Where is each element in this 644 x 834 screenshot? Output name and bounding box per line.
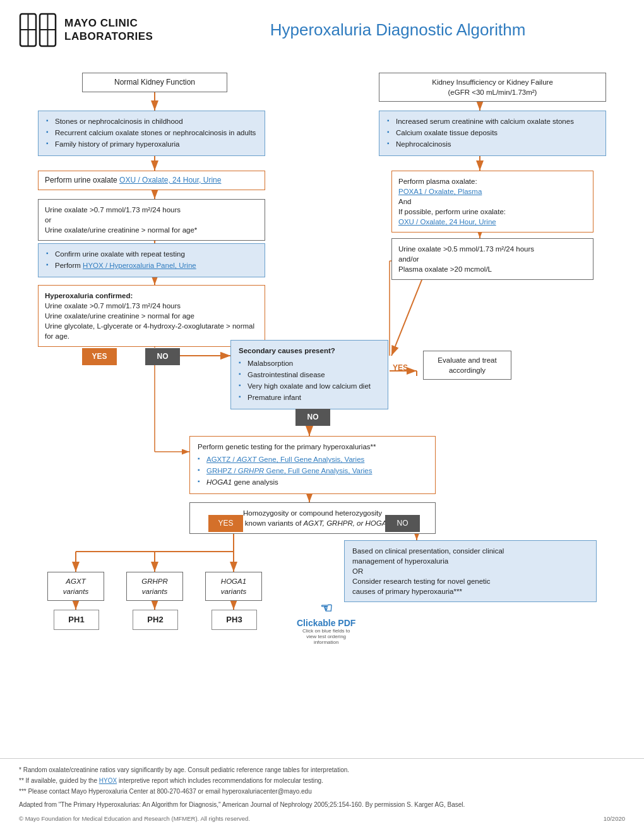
footer-copyright: © Mayo Foundation for Medical Education … (19, 814, 625, 823)
urine-criteria-box: Urine oxalate >0.7 mmol/1.73 m²/24 hours… (38, 199, 265, 241)
right-bullets-list: Increased serum creatinine with calcium … (387, 116, 598, 149)
ph1-box: PH1 (54, 610, 99, 630)
urine-plasma-criteria-text: Urine oxalate >0.5 mmol/1.73 m²/24 hours… (398, 245, 534, 273)
agxtz-link[interactable]: AGXTZ / AGXT Gene, Full Gene Analysis, V… (206, 456, 364, 463)
secondary-bullet-2: Gastrointestinal disease (239, 370, 380, 380)
yes-box-top: YES (82, 348, 117, 365)
hyperoxaluria-confirmed-box: Hyperoxaluria confirmed: Urine oxalate >… (38, 285, 265, 347)
secondary-yes-label: YES (393, 363, 408, 372)
kidney-insuff-box: Kidney Insufficiency or Kidney Failure(e… (379, 73, 606, 102)
confirm-bullets-box: Confirm urine oxalate with repeat testin… (38, 243, 265, 277)
genetic-bullet-2: GRHPZ / GRHPR Gene, Full Gene Analysis, … (198, 466, 427, 476)
ph2-box: PH2 (133, 610, 178, 630)
no-box-secondary: NO (295, 409, 330, 426)
left-bullet-1: Stones or nephrocalcinosis in childhood (46, 116, 257, 126)
left-bullet-3: Family history of primary hyperoxaluria (46, 139, 257, 149)
secondary-bullet-1: Malabsorption (239, 358, 380, 368)
confirm-bullet-2: Perform HYOX / Hyperoxaluria Panel, Urin… (46, 260, 257, 270)
grhpr-label: GRHPRvariants (141, 577, 168, 595)
confirm-bullets-list: Confirm urine oxalate with repeat testin… (46, 249, 257, 270)
kidney-insuff-text: Kidney Insufficiency or Kidney Failure(e… (432, 78, 553, 96)
footer-note-3: *** Please contact Mayo Hyperoxaluria Ce… (19, 787, 625, 796)
evaluate-treat-box: Evaluate and treat accordingly (423, 351, 511, 380)
grhpr-variants-box: GRHPRvariants (126, 572, 183, 601)
mayo-clinic-logo-icon (19, 13, 57, 47)
hyperoxaluria-confirmed-body: Urine oxalate >0.7 mmol/1.73 m²/24 hours… (45, 302, 254, 340)
clinical-mgmt-box: Based on clinical presentation, consider… (344, 540, 597, 602)
oxu-link-2[interactable]: OXU / Oxalate, 24 Hour, Urine (398, 218, 496, 226)
hand-icon: ☜ (320, 600, 333, 617)
homozygosity-text: Homozygosity or compound heterozygosity … (234, 509, 391, 527)
genetic-bullet-3: HOGA1 gene analysis (198, 477, 427, 487)
page-title: Hyperoxaluria Diagnostic Algorithm (196, 20, 625, 40)
no-box-top: NO (145, 348, 180, 365)
perform-plasma-box: Perform plasma oxalate: POXA1 / Oxalate,… (391, 171, 593, 233)
genetic-testing-box: Perform genetic testing for the primary … (189, 436, 436, 494)
perform-urine-oxalate-box: Perform urine oxalate OXU / Oxalate, 24 … (38, 171, 265, 190)
clickable-pdf-subtext: Click on blue fields to view test orderi… (301, 628, 352, 645)
secondary-bullets-list: Malabsorption Gastrointestinal disease V… (239, 358, 380, 402)
hoga1-label: HOGA1variants (221, 577, 246, 595)
left-bullet-2: Recurrent calcium oxalate stones or neph… (46, 128, 257, 138)
agxt-variants-box: AGXTvariants (47, 572, 104, 601)
header: MAYO CLINIC LABORATORIES Hyperoxaluria D… (0, 0, 644, 54)
genetic-bullet-1: AGXTZ / AGXT Gene, Full Gene Analysis, V… (198, 454, 427, 464)
right-bullet-3: Nephrocalcinosis (387, 139, 598, 149)
secondary-bullet-4: Premature infant (239, 392, 380, 402)
right-bullet-2: Calcium oxalate tissue deposits (387, 128, 598, 138)
perform-urine-prefix: Perform urine oxalate (45, 176, 119, 184)
normal-kidney-box: Normal Kidney Function (82, 73, 227, 92)
agxt-label: AGXTvariants (63, 577, 88, 595)
perform-plasma-text: Perform plasma oxalate: POXA1 / Oxalate,… (398, 178, 506, 226)
clickable-pdf-badge[interactable]: ☜ Clickable PDF Click on blue fields to … (297, 600, 355, 645)
secondary-causes-box: Secondary causes present? Malabsorption … (230, 340, 388, 409)
left-bullets-list: Stones or nephrocalcinosis in childhood … (46, 116, 257, 149)
hyox-footer-link[interactable]: HYOX (99, 777, 117, 784)
genetic-testing-prefix: Perform genetic testing for the primary … (198, 443, 376, 450)
right-bullet-1: Increased serum creatinine with calcium … (387, 116, 598, 126)
right-bullets-box: Increased serum creatinine with calcium … (379, 111, 606, 156)
footer-note-1: * Random oxalate/creatinine ratios vary … (19, 765, 625, 775)
footer: * Random oxalate/creatinine ratios vary … (0, 758, 644, 830)
hyox-link[interactable]: HYOX / Hyperoxaluria Panel, Urine (83, 262, 196, 269)
urine-plasma-criteria-box: Urine oxalate >0.5 mmol/1.73 m²/24 hours… (391, 238, 593, 280)
footer-adapted: Adapted from "The Primary Hyperoxalurias… (19, 800, 625, 809)
secondary-title: Secondary causes present? (239, 347, 335, 354)
logo-area: MAYO CLINIC LABORATORIES (19, 13, 196, 47)
no-box-homo: NO (385, 515, 420, 532)
diagram: Normal Kidney Function Stones or nephroc… (0, 60, 644, 755)
confirm-bullet-1: Confirm urine oxalate with repeat testin… (46, 249, 257, 259)
secondary-bullet-3: Very high oxalate and low calcium diet (239, 381, 380, 391)
yes-box-homo: YES (208, 515, 243, 532)
left-bullets-box: Stones or nephrocalcinosis in childhood … (38, 111, 265, 156)
footer-note-2: ** If available, guided by the HYOX inte… (19, 776, 625, 785)
urine-criteria-text: Urine oxalate >0.7 mmol/1.73 m²/24 hours… (45, 206, 197, 234)
poxa1-link[interactable]: POXA1 / Oxalate, Plasma (398, 188, 482, 195)
clinical-mgmt-text: Based on clinical presentation, consider… (352, 547, 504, 595)
logo-text: MAYO CLINIC LABORATORIES (64, 17, 153, 43)
clickable-pdf-label: Clickable PDF (297, 618, 355, 628)
oxu-link[interactable]: OXU / Oxalate, 24 Hour, Urine (119, 176, 221, 184)
grhpz-link[interactable]: GRHPZ / GRHPR Gene, Full Gene Analysis, … (206, 467, 372, 474)
genetic-bullets-list: AGXTZ / AGXT Gene, Full Gene Analysis, V… (198, 454, 427, 487)
ph3-box: PH3 (212, 610, 257, 630)
hyperoxaluria-confirmed-title: Hyperoxaluria confirmed: (45, 292, 133, 299)
hoga1-variants-box: HOGA1variants (205, 572, 262, 601)
